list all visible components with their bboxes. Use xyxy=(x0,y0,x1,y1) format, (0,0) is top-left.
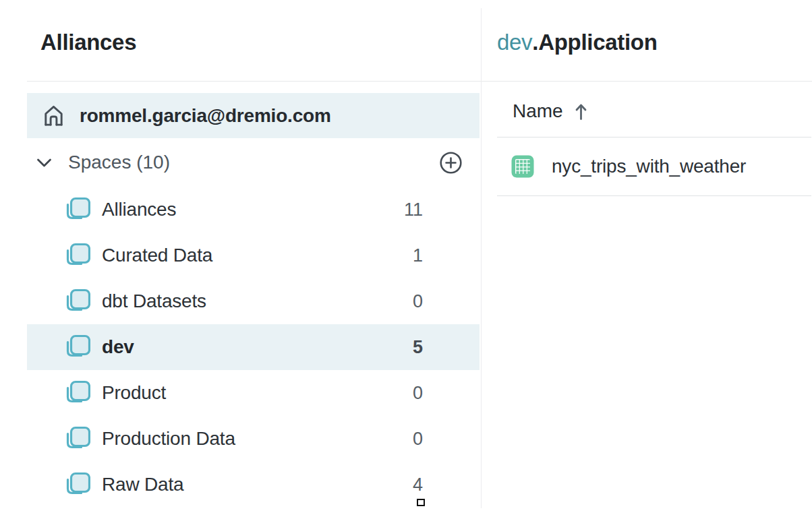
dataset-name: nyc_trips_with_weather xyxy=(552,156,746,177)
breadcrumb-space-link[interactable]: dev xyxy=(497,30,532,55)
space-icon xyxy=(63,425,90,452)
space-count: 1 xyxy=(413,245,423,266)
add-space-button[interactable] xyxy=(438,150,463,175)
space-name: Product xyxy=(102,382,166,404)
table-row-divider xyxy=(497,195,811,196)
space-count: 4 xyxy=(413,475,423,495)
space-row-product[interactable]: Product 0 xyxy=(27,370,480,416)
spaces-section-header[interactable]: Spaces (10) xyxy=(27,142,480,183)
user-email: rommel.garcia@dremio.com xyxy=(80,105,331,127)
space-row-production-data[interactable]: Production Data 0 xyxy=(27,416,480,462)
breadcrumb: dev.Application xyxy=(497,30,658,55)
space-icon xyxy=(63,288,90,315)
space-name: dbt Datasets xyxy=(102,291,206,312)
space-count: 0 xyxy=(413,429,423,450)
space-list: Alliances 11 Curated Data 1 xyxy=(27,187,480,508)
space-row-curated-data[interactable]: Curated Data 1 xyxy=(27,233,480,278)
home-user-item[interactable]: rommel.garcia@dremio.com xyxy=(27,93,480,138)
space-count: 11 xyxy=(404,200,423,220)
space-icon xyxy=(63,242,90,269)
space-row-dbt-datasets[interactable]: dbt Datasets 0 xyxy=(27,278,480,324)
name-column-label: Name xyxy=(513,100,563,122)
space-icon xyxy=(63,471,90,498)
name-column-header[interactable]: Name xyxy=(513,98,588,125)
sidebar-title: Alliances xyxy=(40,30,136,55)
space-row-alliances[interactable]: Alliances 11 xyxy=(27,187,480,233)
dremio-catalog-screen: Alliances rommel.garcia@dremio.com Space… xyxy=(0,0,812,519)
space-icon xyxy=(63,379,90,406)
header-divider xyxy=(27,81,812,82)
breadcrumb-entity: .Application xyxy=(532,30,657,55)
home-icon xyxy=(41,103,66,128)
spaces-section-label: Spaces (10) xyxy=(68,152,170,173)
space-icon xyxy=(63,334,90,361)
panel-divider xyxy=(481,8,482,508)
space-name: dev xyxy=(102,336,134,358)
space-name: Production Data xyxy=(102,428,235,450)
space-name: Curated Data xyxy=(102,245,212,266)
space-icon xyxy=(63,196,90,223)
space-name: Alliances xyxy=(102,199,176,220)
dataset-row[interactable]: nyc_trips_with_weather xyxy=(497,138,811,195)
chevron-down-icon[interactable] xyxy=(36,158,52,168)
arrow-up-icon xyxy=(574,102,588,121)
space-count: 0 xyxy=(413,383,423,404)
dataset-table-icon xyxy=(511,155,534,178)
stray-square-marker xyxy=(417,499,425,506)
space-name: Raw Data xyxy=(102,474,183,495)
space-count: 5 xyxy=(413,337,423,358)
space-count: 0 xyxy=(413,291,423,312)
space-row-raw-data[interactable]: Raw Data 4 xyxy=(27,462,480,508)
plus-circle-icon xyxy=(439,151,463,175)
space-row-dev[interactable]: dev 5 xyxy=(27,324,480,370)
